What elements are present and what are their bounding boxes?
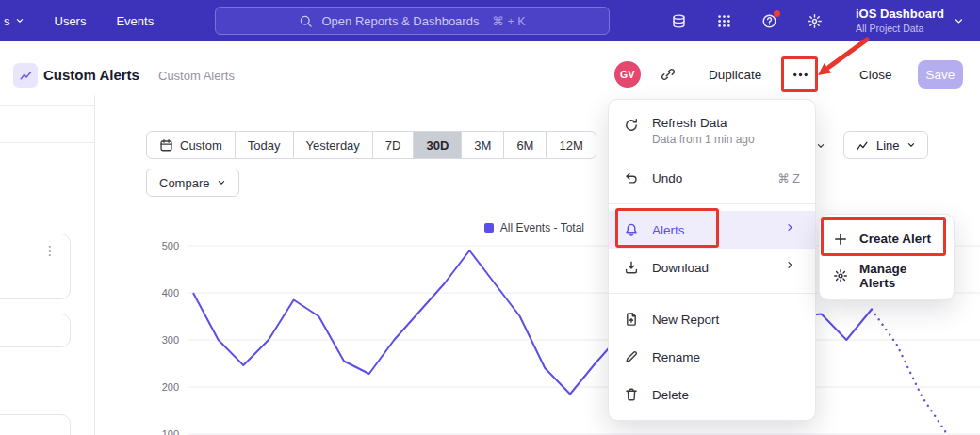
alerts-submenu: Create AlertManage Alerts [819, 214, 955, 300]
nav-item-label: Users [55, 14, 87, 28]
menu-item-download[interactable]: Download [609, 249, 815, 286]
bell-icon [624, 222, 639, 237]
sidebar-card[interactable] [0, 314, 71, 347]
sidebar-divider [94, 95, 95, 435]
date-range-3m[interactable]: 3M [461, 131, 504, 159]
project-selector[interactable]: iOS Dashboard All Project Data [856, 0, 964, 41]
date-range-6m[interactable]: 6M [503, 131, 547, 159]
y-axis-tick: 100 [151, 428, 179, 435]
data-icon[interactable] [671, 13, 687, 29]
nav-item-users[interactable]: Users [55, 14, 87, 28]
date-range-custom[interactable]: Custom [146, 131, 236, 159]
chart-icon [19, 69, 33, 83]
app-screen: 500400300200100 All Events - Total ⋮ Cus… [0, 0, 980, 435]
menu-item-new-report[interactable]: New Report [609, 300, 815, 338]
date-range-label: Yesterday [306, 138, 360, 153]
close-button[interactable]: Close [859, 68, 892, 82]
date-range-30d[interactable]: 30D [413, 131, 462, 159]
menu-item-label: Download [652, 261, 709, 275]
submenu-item-manage-alerts[interactable]: Manage Alerts [820, 257, 954, 294]
project-title: iOS Dashboard [856, 7, 944, 23]
menu-item-delete[interactable]: Delete [609, 376, 815, 413]
menu-item-refresh-data[interactable]: Refresh DataData from 1 min ago [609, 106, 815, 159]
sidebar-card[interactable]: ⋮ [0, 234, 71, 299]
date-range-label: 3M [474, 138, 491, 153]
menu-divider [609, 293, 815, 294]
search-icon [299, 14, 313, 28]
compare-button[interactable]: Compare [146, 169, 239, 197]
ellipsis-icon [792, 67, 808, 83]
menu-item-sublabel: Data from 1 min ago [652, 133, 755, 146]
refresh-icon [624, 118, 639, 133]
sidebar-card[interactable] [0, 414, 71, 435]
chevron-right-icon [785, 260, 800, 275]
date-range-label: 30D [426, 138, 449, 153]
save-button[interactable]: Save [918, 60, 963, 89]
gear-icon[interactable] [807, 13, 823, 29]
menu-divider [609, 203, 815, 204]
project-subtitle: All Project Data [856, 23, 944, 36]
legend-swatch [484, 223, 494, 233]
line-chart-icon [856, 138, 870, 153]
trash-icon [624, 387, 639, 402]
nav-item-s[interactable]: s [4, 14, 24, 28]
y-axis-tick: 500 [151, 240, 179, 251]
new-report-icon [624, 312, 639, 327]
context-menu: Refresh DataData from 1 min agoUndo⌘ ZAl… [608, 99, 816, 421]
more-options-button[interactable] [785, 59, 815, 89]
kebab-menu-icon[interactable]: ⋮ [43, 244, 57, 257]
link-icon[interactable] [661, 67, 676, 82]
help-icon[interactable] [761, 13, 777, 29]
menu-item-label: New Report [652, 313, 719, 327]
top-nav-items: sUsersEvents [4, 0, 154, 41]
gear-icon [833, 268, 848, 283]
date-range-12m[interactable]: 12M [546, 131, 596, 159]
chevron-right-icon [785, 222, 800, 237]
chart-type-label: Line [876, 138, 900, 153]
chevron-down-icon [954, 16, 964, 26]
y-axis-tick: 400 [151, 287, 179, 298]
date-range-label: 7D [385, 138, 401, 153]
nav-item-events[interactable]: Events [116, 14, 154, 28]
sidebar-row-divider [0, 105, 94, 106]
menu-item-undo[interactable]: Undo⌘ Z [609, 159, 815, 197]
breadcrumb[interactable]: Custom Alerts [158, 69, 235, 83]
date-range-label: Today [248, 138, 281, 153]
chart-legend: All Events - Total [0, 221, 584, 234]
pencil-icon [624, 349, 639, 364]
date-range-7d[interactable]: 7D [372, 131, 415, 159]
apps-grid-icon[interactable] [716, 13, 732, 29]
y-axis-tick: 200 [151, 381, 179, 393]
calendar-icon [159, 138, 173, 153]
date-range-label: 6M [516, 138, 533, 153]
submenu-item-label: Manage Alerts [859, 262, 940, 290]
search-bar[interactable]: Open Reports & Dashboards ⌘ + K [215, 7, 610, 35]
chevron-down-icon [906, 140, 916, 150]
menu-item-text: Refresh DataData from 1 min ago [652, 116, 755, 146]
plus-icon [833, 232, 848, 247]
sidebar-row-divider [0, 142, 94, 143]
date-range-picker: CustomTodayYesterday7D30D3M6M12M [146, 131, 596, 159]
undo-icon [624, 170, 639, 185]
search-shortcut: ⌘ + K [492, 14, 525, 28]
menu-item-label: Delete [652, 388, 689, 402]
notification-badge [774, 10, 780, 17]
chevron-down-icon [15, 16, 24, 25]
chart-type-button[interactable]: Line [843, 131, 928, 159]
menu-item-label: Alerts [652, 223, 685, 237]
submenu-item-label: Create Alert [859, 232, 931, 246]
chevron-down-icon[interactable] [816, 141, 825, 151]
date-range-today[interactable]: Today [235, 131, 294, 159]
avatar[interactable]: GV [614, 61, 641, 88]
menu-item-shortcut: ⌘ Z [777, 171, 800, 185]
menu-item-alerts[interactable]: Alerts [609, 211, 815, 249]
nav-item-label: s [4, 14, 10, 28]
y-axis-tick: 300 [151, 334, 179, 346]
page-title: Custom Alerts [43, 67, 139, 83]
date-range-yesterday[interactable]: Yesterday [293, 131, 373, 159]
duplicate-button[interactable]: Duplicate [709, 68, 761, 82]
date-range-label: Custom [180, 138, 222, 153]
menu-item-rename[interactable]: Rename [609, 338, 815, 376]
legend-label: All Events - Total [500, 221, 584, 234]
submenu-item-create-alert[interactable]: Create Alert [820, 220, 954, 257]
